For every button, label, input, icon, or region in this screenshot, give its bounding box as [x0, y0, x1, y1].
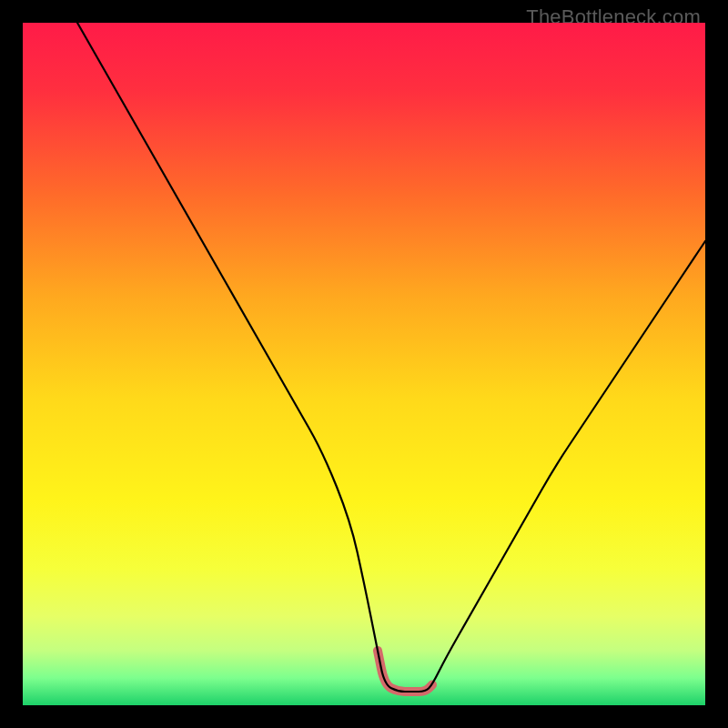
optimal-band-curve — [378, 651, 432, 692]
chart-curve-layer — [23, 23, 705, 705]
chart-plot-area — [23, 23, 705, 705]
bottleneck-curve — [77, 23, 705, 692]
